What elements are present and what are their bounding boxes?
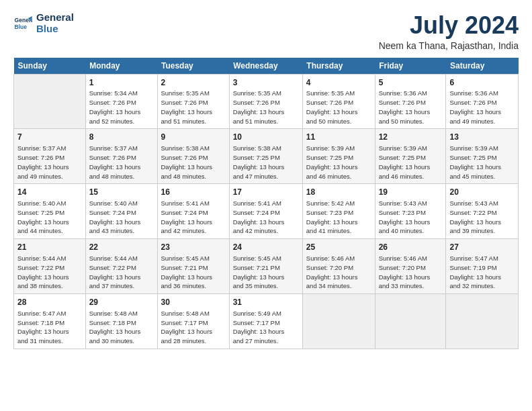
- day-cell: 15Sunrise: 5:40 AM Sunset: 7:24 PM Dayli…: [85, 184, 157, 239]
- day-number: 1: [89, 77, 154, 89]
- header-day-friday: Friday: [375, 58, 446, 75]
- page: General Blue General Blue July 2024 Neem…: [0, 0, 532, 411]
- logo: General Blue General Blue: [13, 12, 74, 34]
- day-cell: 12Sunrise: 5:39 AM Sunset: 7:25 PM Dayli…: [375, 129, 446, 184]
- day-cell: 2Sunrise: 5:35 AM Sunset: 7:26 PM Daylig…: [157, 74, 229, 129]
- day-cell: 24Sunrise: 5:45 AM Sunset: 7:21 PM Dayli…: [229, 239, 302, 294]
- day-number: 25: [306, 242, 371, 253]
- day-cell: 5Sunrise: 5:36 AM Sunset: 7:26 PM Daylig…: [375, 74, 446, 129]
- header-day-saturday: Saturday: [446, 58, 519, 75]
- day-cell: 19Sunrise: 5:43 AM Sunset: 7:23 PM Dayli…: [375, 184, 446, 239]
- day-info: Sunrise: 5:40 AM Sunset: 7:24 PM Dayligh…: [89, 199, 154, 236]
- day-number: 22: [89, 242, 154, 253]
- day-number: 24: [233, 242, 299, 253]
- day-number: 21: [17, 242, 82, 253]
- week-row-2: 7Sunrise: 5:37 AM Sunset: 7:26 PM Daylig…: [14, 129, 519, 184]
- logo-line1: General: [36, 12, 74, 24]
- day-info: Sunrise: 5:39 AM Sunset: 7:25 PM Dayligh…: [379, 144, 443, 181]
- day-cell: 11Sunrise: 5:39 AM Sunset: 7:25 PM Dayli…: [302, 129, 375, 184]
- location: Neem ka Thana, Rajasthan, India: [379, 40, 519, 51]
- day-cell: 9Sunrise: 5:38 AM Sunset: 7:26 PM Daylig…: [157, 129, 229, 184]
- day-number: 6: [449, 77, 515, 89]
- day-info: Sunrise: 5:46 AM Sunset: 7:20 PM Dayligh…: [379, 254, 443, 291]
- day-number: 16: [161, 187, 226, 198]
- day-cell: 16Sunrise: 5:41 AM Sunset: 7:24 PM Dayli…: [157, 184, 229, 239]
- day-number: 29: [89, 297, 154, 308]
- day-number: 14: [17, 187, 82, 198]
- day-info: Sunrise: 5:35 AM Sunset: 7:26 PM Dayligh…: [306, 89, 371, 126]
- header-day-sunday: Sunday: [14, 58, 86, 75]
- day-info: Sunrise: 5:45 AM Sunset: 7:21 PM Dayligh…: [233, 254, 299, 291]
- day-cell: 27Sunrise: 5:47 AM Sunset: 7:19 PM Dayli…: [446, 239, 519, 294]
- day-info: Sunrise: 5:49 AM Sunset: 7:17 PM Dayligh…: [233, 309, 299, 346]
- day-number: 26: [379, 242, 443, 253]
- day-cell: 18Sunrise: 5:42 AM Sunset: 7:23 PM Dayli…: [302, 184, 375, 239]
- day-cell: 20Sunrise: 5:43 AM Sunset: 7:22 PM Dayli…: [446, 184, 519, 239]
- day-cell: 25Sunrise: 5:46 AM Sunset: 7:20 PM Dayli…: [302, 239, 375, 294]
- day-number: 2: [161, 77, 226, 89]
- day-info: Sunrise: 5:47 AM Sunset: 7:19 PM Dayligh…: [449, 254, 515, 291]
- day-info: Sunrise: 5:37 AM Sunset: 7:26 PM Dayligh…: [89, 144, 154, 181]
- day-number: 3: [233, 77, 299, 89]
- day-info: Sunrise: 5:48 AM Sunset: 7:17 PM Dayligh…: [161, 309, 226, 346]
- title-block: July 2024 Neem ka Thana, Rajasthan, Indi…: [379, 12, 519, 51]
- day-info: Sunrise: 5:46 AM Sunset: 7:20 PM Dayligh…: [306, 254, 371, 291]
- header-day-tuesday: Tuesday: [157, 58, 229, 75]
- day-cell: 21Sunrise: 5:44 AM Sunset: 7:22 PM Dayli…: [14, 239, 86, 294]
- day-info: Sunrise: 5:48 AM Sunset: 7:18 PM Dayligh…: [89, 309, 154, 346]
- day-info: Sunrise: 5:39 AM Sunset: 7:25 PM Dayligh…: [449, 144, 515, 181]
- svg-text:Blue: Blue: [15, 23, 28, 30]
- day-cell: 8Sunrise: 5:37 AM Sunset: 7:26 PM Daylig…: [85, 129, 157, 184]
- header-row: SundayMondayTuesdayWednesdayThursdayFrid…: [14, 58, 519, 75]
- day-cell: [14, 74, 86, 129]
- day-number: 10: [233, 132, 299, 143]
- day-info: Sunrise: 5:44 AM Sunset: 7:22 PM Dayligh…: [17, 254, 82, 291]
- week-row-4: 21Sunrise: 5:44 AM Sunset: 7:22 PM Dayli…: [14, 239, 519, 294]
- day-cell: 6Sunrise: 5:36 AM Sunset: 7:26 PM Daylig…: [446, 74, 519, 129]
- day-cell: 7Sunrise: 5:37 AM Sunset: 7:26 PM Daylig…: [14, 129, 86, 184]
- day-cell: 14Sunrise: 5:40 AM Sunset: 7:25 PM Dayli…: [14, 184, 86, 239]
- day-cell: 17Sunrise: 5:41 AM Sunset: 7:24 PM Dayli…: [229, 184, 302, 239]
- day-number: 27: [449, 242, 515, 253]
- day-info: Sunrise: 5:36 AM Sunset: 7:26 PM Dayligh…: [379, 89, 443, 126]
- day-number: 13: [449, 132, 515, 143]
- header-day-monday: Monday: [85, 58, 157, 75]
- day-number: 8: [89, 132, 154, 143]
- day-info: Sunrise: 5:34 AM Sunset: 7:26 PM Dayligh…: [89, 89, 154, 126]
- day-info: Sunrise: 5:35 AM Sunset: 7:26 PM Dayligh…: [233, 89, 299, 126]
- day-number: 18: [306, 187, 371, 198]
- day-number: 5: [379, 77, 443, 89]
- day-info: Sunrise: 5:40 AM Sunset: 7:25 PM Dayligh…: [17, 199, 82, 236]
- day-info: Sunrise: 5:38 AM Sunset: 7:25 PM Dayligh…: [233, 144, 299, 181]
- day-cell: 22Sunrise: 5:44 AM Sunset: 7:22 PM Dayli…: [85, 239, 157, 294]
- day-cell: [302, 294, 375, 349]
- day-info: Sunrise: 5:42 AM Sunset: 7:23 PM Dayligh…: [306, 199, 371, 236]
- day-number: 15: [89, 187, 154, 198]
- day-number: 20: [449, 187, 515, 198]
- logo-icon: General Blue: [13, 14, 32, 33]
- day-info: Sunrise: 5:41 AM Sunset: 7:24 PM Dayligh…: [161, 199, 226, 236]
- day-cell: 23Sunrise: 5:45 AM Sunset: 7:21 PM Dayli…: [157, 239, 229, 294]
- day-number: 9: [161, 132, 226, 143]
- day-cell: 3Sunrise: 5:35 AM Sunset: 7:26 PM Daylig…: [229, 74, 302, 129]
- header-day-thursday: Thursday: [302, 58, 375, 75]
- day-info: Sunrise: 5:47 AM Sunset: 7:18 PM Dayligh…: [17, 309, 82, 346]
- day-cell: 30Sunrise: 5:48 AM Sunset: 7:17 PM Dayli…: [157, 294, 229, 349]
- day-cell: 4Sunrise: 5:35 AM Sunset: 7:26 PM Daylig…: [302, 74, 375, 129]
- logo-line2: Blue: [36, 24, 74, 35]
- day-info: Sunrise: 5:35 AM Sunset: 7:26 PM Dayligh…: [161, 89, 226, 126]
- day-number: 17: [233, 187, 299, 198]
- day-number: 19: [379, 187, 443, 198]
- day-number: 31: [233, 297, 299, 308]
- day-number: 4: [306, 77, 371, 89]
- day-cell: 29Sunrise: 5:48 AM Sunset: 7:18 PM Dayli…: [85, 294, 157, 349]
- day-info: Sunrise: 5:43 AM Sunset: 7:22 PM Dayligh…: [449, 199, 515, 236]
- day-number: 28: [17, 297, 82, 308]
- day-cell: 13Sunrise: 5:39 AM Sunset: 7:25 PM Dayli…: [446, 129, 519, 184]
- week-row-5: 28Sunrise: 5:47 AM Sunset: 7:18 PM Dayli…: [14, 294, 519, 349]
- day-number: 7: [17, 132, 82, 143]
- month-title: July 2024: [379, 12, 519, 39]
- day-info: Sunrise: 5:45 AM Sunset: 7:21 PM Dayligh…: [161, 254, 226, 291]
- day-info: Sunrise: 5:44 AM Sunset: 7:22 PM Dayligh…: [89, 254, 154, 291]
- day-info: Sunrise: 5:43 AM Sunset: 7:23 PM Dayligh…: [379, 199, 443, 236]
